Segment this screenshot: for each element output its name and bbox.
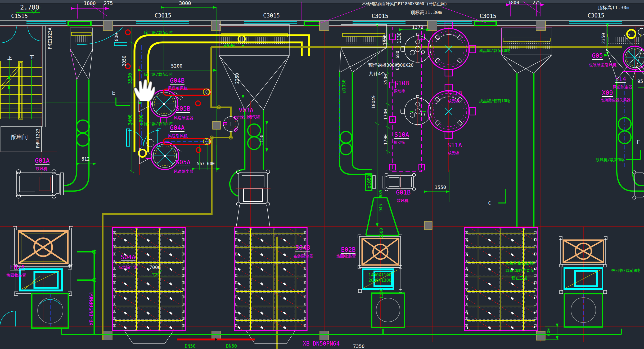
screen-platform xyxy=(390,27,425,172)
taper-under-g01b xyxy=(366,198,399,235)
hand-pan-cursor[interactable] xyxy=(133,77,155,101)
hopper-left xyxy=(70,28,93,79)
cad-viewport[interactable]: 2.700C151518002753000C3015C3015C3015C301… xyxy=(0,0,644,349)
blower-g01a[interactable] xyxy=(13,170,66,198)
hopper-4th xyxy=(502,28,552,73)
blower-mid[interactable] xyxy=(236,170,271,227)
duct-mid-train xyxy=(230,110,263,196)
duct-left-train xyxy=(64,79,89,191)
bag-filter-grid-s04b[interactable] xyxy=(234,227,307,343)
duct-4th-train xyxy=(517,73,534,227)
blower-g01b[interactable] xyxy=(373,173,417,191)
fan-unit-s05a[interactable] xyxy=(139,139,181,170)
product-tank-s11a[interactable] xyxy=(428,84,476,138)
bag-filter-grid-s04a[interactable] xyxy=(112,227,185,343)
vibrating-screen-s10b[interactable] xyxy=(401,33,431,63)
duct-tank-train xyxy=(340,72,372,190)
drawing-geometry xyxy=(0,0,644,349)
hopper-mid xyxy=(219,24,289,110)
packing-fan-g05[interactable] xyxy=(623,28,644,74)
fan-base-e02a xyxy=(32,294,68,328)
section-markers xyxy=(116,98,641,203)
corridor-walls xyxy=(1,25,46,152)
exterior-wall xyxy=(0,21,644,340)
vibrating-screen-s10a[interactable] xyxy=(401,95,431,126)
bag-filter-grid-3[interactable] xyxy=(465,227,538,331)
duct-right-train xyxy=(617,79,644,191)
heat-recovery-e02b[interactable] xyxy=(358,235,404,328)
dn50-red-pipe xyxy=(177,338,255,341)
axis-grid xyxy=(0,27,644,342)
hopper-tank-train xyxy=(340,24,386,72)
stairs xyxy=(0,60,42,119)
